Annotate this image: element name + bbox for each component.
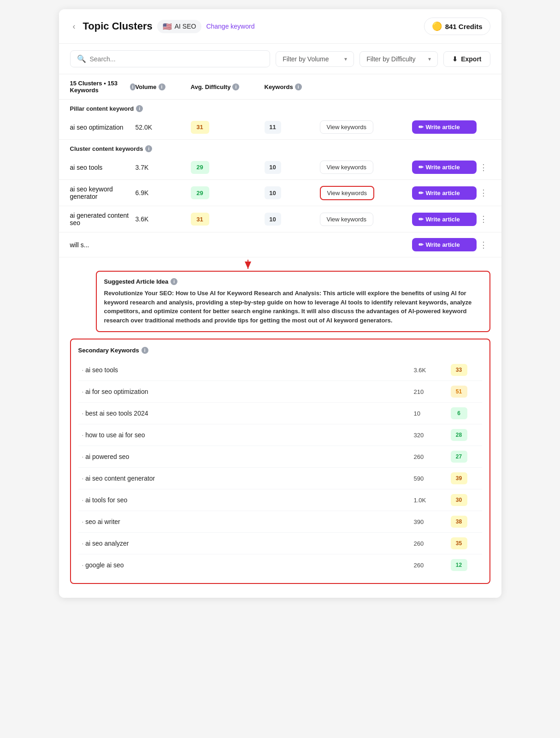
cluster-section-label: Cluster content keywords i [59, 140, 501, 155]
cluster-keyword-row-partial: will s... ✏ Write article ⋮ [59, 232, 501, 257]
cluster-keyword-row-highlighted: ai seo keyword generator 6.9K 29 10 View… [59, 180, 501, 206]
keywords-count: 10 [265, 186, 281, 199]
chevron-down-icon: ▾ [428, 56, 431, 62]
secondary-keyword-row: best ai seo tools 2024 10 6 [78, 403, 482, 424]
secondary-volume: 260 [414, 453, 451, 460]
info-icon: i [136, 105, 143, 112]
secondary-keyword-row: ai seo analyzer 260 35 [78, 533, 482, 554]
more-options-button[interactable]: ⋮ [477, 188, 490, 198]
filter-volume-dropdown[interactable]: Filter by Volume ▾ [276, 51, 354, 67]
view-keywords-button[interactable]: View keywords [320, 213, 373, 226]
secondary-volume: 260 [414, 562, 451, 569]
credits-label: 841 Credits [445, 23, 483, 30]
write-article-button[interactable]: ✏ Write article [412, 238, 477, 251]
secondary-volume: 260 [414, 540, 451, 547]
secondary-keyword-name: ai tools for seo [82, 496, 414, 504]
write-article-button[interactable]: ✏ Write article [412, 161, 477, 174]
secondary-volume: 320 [414, 432, 451, 439]
difficulty-badge: 29 [191, 161, 209, 174]
page-title: Topic Clusters [83, 20, 153, 32]
info-icon: i [145, 145, 152, 152]
suggested-article-text: Revolutionize Your SEO: How to Use AI fo… [104, 289, 482, 325]
more-options-button[interactable]: ⋮ [477, 162, 490, 173]
keyword-name: ai seo keyword generator [70, 185, 136, 200]
main-container: ‹ Topic Clusters 🇺🇸 AI SEO Change keywor… [59, 9, 501, 598]
secondary-keyword-row: ai for seo optimization 210 51 [78, 381, 482, 403]
view-keywords-button[interactable]: View keywords [320, 161, 373, 174]
volume-value: 52.0K [136, 124, 191, 131]
write-article-button[interactable]: ✏ Write article [412, 186, 477, 200]
search-icon: 🔍 [77, 54, 86, 63]
filter-difficulty-label: Filter by Difficulty [366, 55, 415, 63]
write-article-button[interactable]: ✏ Write article [412, 120, 477, 134]
difficulty-badge: 29 [191, 186, 209, 199]
secondary-volume: 3.6K [414, 367, 451, 374]
secondary-volume: 210 [414, 388, 451, 395]
change-keyword-link[interactable]: Change keyword [206, 23, 254, 30]
more-options-button[interactable]: ⋮ [477, 214, 490, 224]
view-keywords-button[interactable]: View keywords [320, 120, 373, 134]
view-keywords-button-highlighted[interactable]: View keywords [320, 186, 374, 200]
volume-value: 3.7K [136, 164, 191, 171]
pencil-icon: ✏ [419, 241, 424, 248]
more-options-button[interactable]: ⋮ [477, 240, 490, 250]
secondary-keyword-name: ai seo content generator [82, 475, 414, 482]
secondary-keyword-name: google ai seo [82, 561, 414, 569]
keyword-badge: 🇺🇸 AI SEO [157, 20, 202, 33]
export-icon: ⬇ [452, 55, 458, 63]
toolbar: 🔍 Filter by Volume ▾ Filter by Difficult… [59, 44, 501, 74]
secondary-keyword-row: ai tools for seo 1.0K 30 [78, 489, 482, 511]
export-label: Export [461, 55, 481, 63]
secondary-keywords-title: Secondary Keywords i [78, 347, 482, 354]
filter-difficulty-dropdown[interactable]: Filter by Difficulty ▾ [360, 51, 438, 67]
popup-area: Suggested Article Idea i Revolutionize Y… [59, 257, 501, 589]
secondary-keyword-name: ai powered seo [82, 453, 414, 460]
secondary-difficulty-badge: 12 [451, 559, 467, 571]
secondary-difficulty-badge: 27 [451, 451, 467, 463]
flag-icon: 🇺🇸 [163, 22, 172, 31]
info-icon: i [159, 83, 165, 90]
secondary-difficulty-badge: 38 [451, 516, 467, 528]
coin-icon: 🟡 [432, 21, 442, 31]
secondary-keyword-row: ai seo content generator 590 39 [78, 468, 482, 489]
pencil-icon: ✏ [419, 216, 424, 223]
search-input[interactable] [90, 55, 264, 63]
pencil-icon: ✏ [419, 164, 424, 171]
volume-value: 3.6K [136, 215, 191, 223]
header-left: ‹ Topic Clusters 🇺🇸 AI SEO Change keywor… [70, 20, 255, 33]
table-header: 15 Clusters • 153 Keywords i Volume i Av… [59, 74, 501, 100]
secondary-difficulty-badge: 6 [451, 407, 467, 419]
keyword-text: AI SEO [175, 23, 196, 30]
secondary-keyword-name: ai seo tools [82, 366, 414, 374]
header: ‹ Topic Clusters 🇺🇸 AI SEO Change keywor… [59, 9, 501, 44]
col-clusters-keywords: 15 Clusters • 153 Keywords i [70, 80, 136, 94]
secondary-volume: 10 [414, 410, 451, 417]
keyword-name: will s... [70, 241, 136, 249]
volume-value: 6.9K [136, 189, 191, 196]
keyword-name: ai seo tools [70, 164, 136, 171]
info-icon: i [141, 347, 148, 354]
info-icon: i [171, 278, 177, 285]
secondary-keyword-name: best ai seo tools 2024 [82, 410, 414, 417]
cluster-keyword-row: ai generated content seo 3.6K 31 10 View… [59, 206, 501, 232]
secondary-keywords-box: Secondary Keywords i ai seo tools 3.6K 3… [70, 339, 490, 584]
secondary-keyword-name: ai for seo optimization [82, 388, 414, 395]
credits-badge: 🟡 841 Credits [424, 18, 490, 35]
keyword-name: ai seo optimization [70, 124, 136, 131]
cluster-keyword-row: ai seo tools 3.7K 29 10 View keywords ✏ … [59, 155, 501, 180]
export-button[interactable]: ⬇ Export [443, 51, 490, 67]
secondary-difficulty-badge: 39 [451, 472, 467, 484]
keywords-count: 11 [265, 121, 281, 134]
row-actions: View keywords [320, 161, 412, 174]
secondary-difficulty-badge: 33 [451, 364, 467, 376]
write-article-button[interactable]: ✏ Write article [412, 213, 477, 226]
back-button[interactable]: ‹ [70, 21, 78, 32]
keyword-name: ai generated content seo [70, 212, 136, 226]
search-box[interactable]: 🔍 [70, 50, 271, 67]
secondary-keyword-name: how to use ai for seo [82, 431, 414, 439]
difficulty-badge: 31 [191, 213, 209, 226]
suggested-article-box: Suggested Article Idea i Revolutionize Y… [96, 271, 490, 332]
info-icon: i [232, 83, 239, 90]
chevron-down-icon: ▾ [344, 56, 347, 62]
keywords-count: 10 [265, 161, 281, 174]
